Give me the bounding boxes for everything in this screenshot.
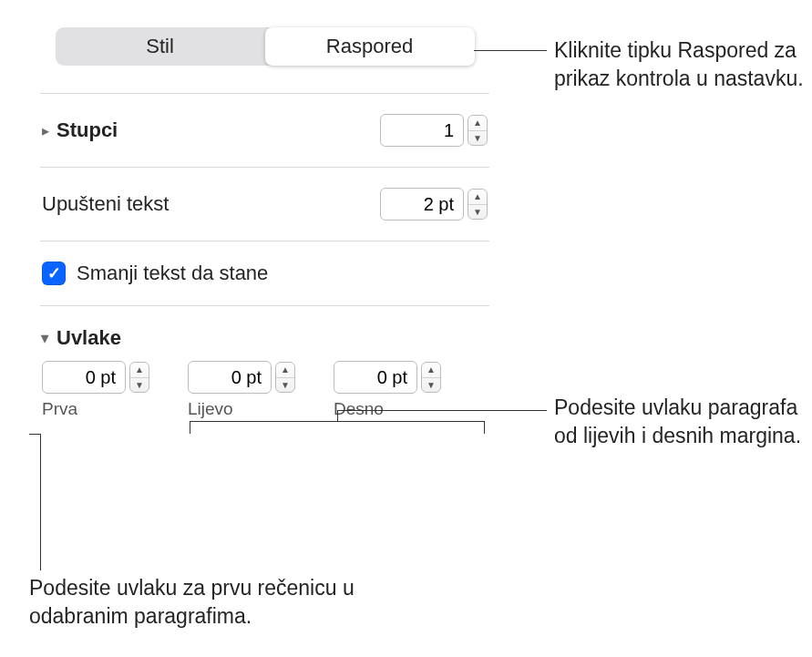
indents-fields: ▲ ▼ Prva ▲ ▼ Lijevo ▲ ▼ <box>42 361 488 425</box>
columns-step-down[interactable]: ▼ <box>468 131 487 146</box>
chevron-down-icon[interactable]: ▸ <box>37 334 55 342</box>
indent-first-up[interactable]: ▲ <box>130 363 149 378</box>
callout-top: Kliknite tipku Raspored za prikaz kontro… <box>554 36 809 93</box>
callout-bracket-margins <box>190 421 485 434</box>
inspector-panel: Stil Raspored ▸ Stupci ▲ ▼ Upušteni teks… <box>26 11 504 434</box>
callout-lead <box>40 434 41 570</box>
inset-step-up[interactable]: ▲ <box>468 190 487 205</box>
indent-right-down[interactable]: ▼ <box>422 378 440 393</box>
indent-first-input[interactable] <box>42 361 126 394</box>
inset-step-down[interactable]: ▼ <box>468 205 487 220</box>
columns-stepper-buttons: ▲ ▼ <box>468 115 488 146</box>
columns-step-up[interactable]: ▲ <box>468 116 487 131</box>
indents-heading-row: ▸ Uvlake <box>42 306 488 361</box>
tab-raspored-label: Raspored <box>326 35 413 58</box>
tab-stil-label: Stil <box>146 35 174 58</box>
indent-first-down[interactable]: ▼ <box>130 378 149 393</box>
callout-first: Podesite uvlaku za prvu rečenicu u odabr… <box>29 574 412 631</box>
chevron-right-icon[interactable]: ▸ <box>42 122 49 139</box>
tab-segmented-control: Stil Raspored <box>56 27 475 66</box>
check-icon: ✓ <box>47 263 61 283</box>
callout-lead <box>29 434 40 435</box>
indent-first-label: Prva <box>42 399 149 419</box>
indent-right-input[interactable] <box>334 361 417 394</box>
indent-right-label: Desno <box>334 399 441 419</box>
indents-heading: Uvlake <box>57 326 121 350</box>
indent-left-up[interactable]: ▲ <box>276 363 294 378</box>
columns-input[interactable] <box>380 114 464 147</box>
inset-label: Upušteni tekst <box>42 192 169 216</box>
indent-right-up[interactable]: ▲ <box>422 363 440 378</box>
callout-lead <box>337 410 547 411</box>
indent-first-block: ▲ ▼ Prva <box>42 361 149 419</box>
callout-lead <box>337 410 338 421</box>
tab-stil[interactable]: Stil <box>56 27 265 66</box>
columns-row: ▸ Stupci ▲ ▼ <box>42 94 488 167</box>
inset-stepper: ▲ ▼ <box>380 188 488 221</box>
indent-left-stepper: ▲ ▼ <box>275 362 295 393</box>
shrink-label: Smanji tekst da stane <box>77 262 268 285</box>
callout-margins: Podesite uvlaku paragrafa od lijevih i d… <box>554 394 809 450</box>
indent-left-label: Lijevo <box>188 399 295 419</box>
inset-stepper-buttons: ▲ ▼ <box>468 189 488 220</box>
columns-stepper: ▲ ▼ <box>380 114 488 147</box>
indent-left-down[interactable]: ▼ <box>276 378 294 393</box>
columns-label: Stupci <box>57 118 118 142</box>
indent-left-input[interactable] <box>188 361 272 394</box>
shrink-row: ✓ Smanji tekst da stane <box>42 241 488 305</box>
shrink-checkbox[interactable]: ✓ <box>42 262 66 285</box>
indent-left-block: ▲ ▼ Lijevo <box>188 361 295 419</box>
inset-row: Upušteni tekst ▲ ▼ <box>42 168 488 241</box>
inset-input[interactable] <box>380 188 464 221</box>
indent-first-stepper: ▲ ▼ <box>129 362 149 393</box>
callout-lead <box>474 50 547 51</box>
indent-right-stepper: ▲ ▼ <box>421 362 441 393</box>
tab-raspored[interactable]: Raspored <box>265 27 475 66</box>
